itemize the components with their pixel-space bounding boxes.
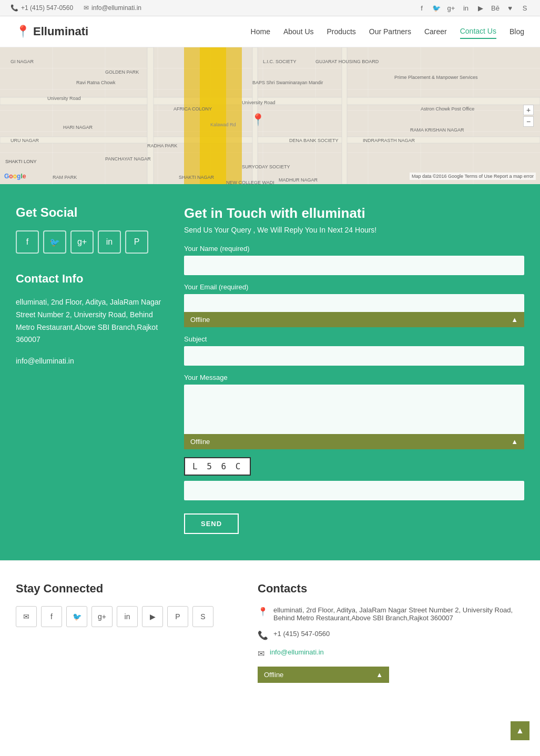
offline-bar-message: Offline ▲: [184, 434, 524, 449]
contact-email: info@elluminati.in: [16, 357, 163, 365]
nav-contact[interactable]: Contact Us: [460, 24, 496, 39]
header: 📍 Elluminati Home About Us Products Our …: [0, 16, 540, 47]
social-btn-gplus[interactable]: g+: [70, 230, 94, 254]
footer-social-gplus[interactable]: g+: [91, 606, 113, 627]
footer-email-link[interactable]: info@elluminati.in: [270, 648, 324, 656]
message-label: Your Message: [184, 374, 524, 381]
svg-rect-0: [0, 47, 540, 184]
social-link-linkedin[interactable]: in: [461, 3, 471, 13]
svg-text:BAPS Shri Swaminarayan Mandir: BAPS Shri Swaminarayan Mandir: [252, 80, 323, 85]
svg-text:PANCHAYAT NAGAR: PANCHAYAT NAGAR: [105, 156, 151, 162]
social-btn-facebook[interactable]: f: [16, 230, 39, 254]
nav-products[interactable]: Products: [327, 25, 356, 38]
zoom-out-btn[interactable]: −: [523, 116, 534, 127]
subject-input[interactable]: [184, 346, 524, 366]
footer-offline-bar: Offline ▲: [258, 667, 389, 683]
social-link-tw[interactable]: 🐦: [432, 3, 441, 13]
svg-rect-21: [200, 47, 226, 184]
offline-bar-email: Offline ▲: [184, 312, 524, 327]
top-bar-social: f 🐦 g+ in ▶ Bē ♥ S: [417, 3, 529, 13]
svg-text:SHAKTI LONY: SHAKTI LONY: [5, 159, 37, 164]
svg-text:GOLDEN PARK: GOLDEN PARK: [105, 69, 139, 75]
footer-offline-area: Offline ▲: [258, 667, 524, 683]
map-copyright: Map data ©2016 Google Terms of Use Repor…: [410, 173, 536, 180]
logo[interactable]: 📍 Elluminati: [16, 25, 88, 38]
svg-text:RADHA PARK: RADHA PARK: [147, 143, 177, 148]
social-btn-pinterest[interactable]: P: [125, 230, 148, 254]
footer-social-tw[interactable]: 🐦: [66, 606, 87, 627]
nav-about[interactable]: About Us: [283, 25, 314, 38]
phone-number: +1 (415) 547-0560: [21, 4, 73, 12]
stay-connected-title: Stay Connected: [16, 582, 237, 596]
social-link-gplus[interactable]: g+: [446, 3, 456, 13]
social-link-pin[interactable]: ♥: [505, 3, 515, 13]
nav-home[interactable]: Home: [251, 25, 270, 38]
svg-text:Kalawad Rd: Kalawad Rd: [210, 122, 236, 127]
footer-left: Stay Connected ✉ f 🐦 g+ in ▶ P S: [16, 582, 237, 683]
svg-text:University Road: University Road: [242, 100, 276, 105]
message-field-group: Your Message Offline ▲: [184, 374, 524, 449]
footer-social-fb[interactable]: f: [41, 606, 62, 627]
footer-social-yt[interactable]: ▶: [142, 606, 163, 627]
svg-text:Astron Chowk Post Office: Astron Chowk Post Office: [421, 106, 474, 112]
top-bar-left: 📞 +1 (415) 547-0560 ✉ info@elluminati.in: [11, 4, 141, 12]
social-link-yt[interactable]: ▶: [476, 3, 485, 13]
social-icons-group: f 🐦 g+ in P: [16, 230, 163, 254]
contact-form-section: Get in Touch with elluminati Send Us You…: [184, 205, 524, 534]
footer-social-email[interactable]: ✉: [16, 606, 37, 627]
svg-rect-17: [147, 47, 154, 184]
social-link-sk[interactable]: S: [520, 3, 529, 13]
map-placeholder: GI NAGAR HARI NAGAR GOLDEN PARK AFRICA C…: [0, 47, 540, 184]
nav-career[interactable]: Career: [424, 25, 447, 38]
footer-social-sk[interactable]: S: [192, 606, 213, 627]
svg-text:NEW COLLEGE WADI: NEW COLLEGE WADI: [226, 180, 274, 184]
social-btn-twitter[interactable]: 🐦: [43, 230, 66, 254]
svg-text:SURYODAY SOCIETY: SURYODAY SOCIETY: [242, 164, 290, 169]
captcha-group: L 5 6 C: [184, 457, 524, 500]
location-icon: 📍: [258, 607, 268, 617]
svg-text:DENA BANK SOCIETY: DENA BANK SOCIETY: [289, 138, 339, 143]
social-link-fb[interactable]: f: [417, 3, 426, 13]
footer-address-item: 📍 elluminati, 2rd Floor, Aditya, JalaRam…: [258, 606, 524, 622]
svg-text:Prime Placement & Manpower Ser: Prime Placement & Manpower Services: [394, 75, 478, 80]
social-btn-linkedin[interactable]: in: [98, 230, 121, 254]
svg-rect-19: [342, 47, 347, 184]
get-social-title: Get Social: [16, 205, 163, 220]
contact-address: elluminati, 2nd Floor, Aditya, JalaRam N…: [16, 296, 163, 346]
chevron-up-message: ▲: [511, 438, 518, 446]
email-icon-footer: ✉: [258, 649, 264, 659]
form-title: Get in Touch with elluminati: [184, 205, 524, 221]
footer-email-item: ✉ info@elluminati.in: [258, 648, 524, 659]
nav-blog[interactable]: Blog: [510, 25, 524, 38]
name-label: Your Name (required): [184, 245, 524, 253]
footer-offline-label: Offline: [264, 671, 283, 679]
name-input[interactable]: [184, 256, 524, 275]
svg-text:AFRICA COLONY: AFRICA COLONY: [174, 106, 212, 112]
name-field-group: Your Name (required): [184, 245, 524, 275]
social-link-be[interactable]: Bē: [491, 3, 500, 13]
contact-info-title: Contact Info: [16, 272, 163, 286]
svg-rect-16: [0, 137, 540, 143]
footer-right: Contacts 📍 elluminati, 2rd Floor, Aditya…: [258, 582, 524, 683]
svg-text:RAM PARK: RAM PARK: [53, 175, 77, 180]
message-input-wrapper: Offline ▲: [184, 385, 524, 449]
footer-social-icons: ✉ f 🐦 g+ in ▶ P S: [16, 606, 237, 627]
footer-social-li[interactable]: in: [117, 606, 138, 627]
svg-text:📍: 📍: [251, 113, 266, 127]
captcha-input[interactable]: [184, 481, 524, 500]
footer-social-pin[interactable]: P: [167, 606, 188, 627]
google-logo: Google: [4, 173, 26, 180]
captcha-image: L 5 6 C: [184, 457, 251, 476]
footer: Stay Connected ✉ f 🐦 g+ in ▶ P S Contact…: [0, 560, 540, 704]
main-nav: Home About Us Products Our Partners Care…: [251, 24, 524, 39]
svg-text:GUJARAT HOUSING BOARD: GUJARAT HOUSING BOARD: [315, 59, 379, 64]
nav-partners[interactable]: Our Partners: [369, 25, 411, 38]
top-bar: 📞 +1 (415) 547-0560 ✉ info@elluminati.in…: [0, 0, 540, 16]
svg-text:University Road: University Road: [47, 96, 81, 101]
svg-text:GI NAGAR: GI NAGAR: [11, 59, 34, 64]
email-label: Your Email (required): [184, 283, 524, 291]
send-button[interactable]: SEND: [184, 513, 239, 534]
zoom-in-btn[interactable]: +: [523, 105, 534, 115]
phone-icon-footer: 📞: [258, 630, 268, 640]
svg-text:URU NAGAR: URU NAGAR: [11, 138, 39, 143]
